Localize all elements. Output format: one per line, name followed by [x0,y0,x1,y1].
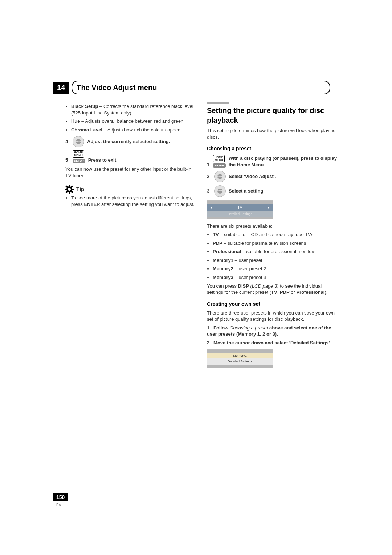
step-text: Select a setting. [229,188,265,194]
chapter-header: 14 The Video Adjust menu [53,81,330,94]
chapter-title: The Video Adjust menu [77,84,157,92]
ui-preview-preset: ◄ TV ► Detailed Settings [207,200,273,219]
step-number: 3 [207,188,211,194]
ui-detail-row: Detailed Settings [207,358,273,364]
page-language: En [56,503,61,507]
tip-list: To see more of the picture as you adjust… [65,195,196,207]
presets-list: TV – suitable for LCD and cathode-ray tu… [207,231,338,280]
list-item: Memory3 – user preset 3 [213,274,338,281]
button-icons: HOME MENU SETUP [213,155,226,168]
step-text: Adjust the currently selected setting. [87,138,170,145]
tip-label: Tip [76,186,84,193]
ui-active-label: TV [238,205,242,210]
step-5: 5 HOME MENU SETUP Press to exit. [65,150,196,163]
right-arrow-icon: ► [267,206,270,210]
list-item: To see more of the picture as you adjust… [71,195,196,207]
list-item: Memory2 – user preset 2 [213,266,338,272]
ui-detail-row: Detailed Settings [207,211,273,217]
content-columns: Black Setup – Corrects the standard refe… [44,102,348,372]
section-intro: This setting determines how the picture … [207,127,338,140]
list-item: PDP – suitable for plasma television scr… [213,240,338,247]
home-menu-icon: HOME MENU [213,155,225,162]
list-item: Professional – suitable for professional… [213,248,338,255]
button-icons: HOME MENU SETUP [73,150,85,163]
presets-intro: There are six presets available: [207,223,338,230]
subheading-choosing: Choosing a preset [207,145,338,152]
settings-bullets: Black Setup – Corrects the standard refe… [65,103,196,133]
step-text: With a disc playing (or paused), press t… [229,155,338,168]
enter-icon: ENTER [214,171,226,182]
left-column: Black Setup – Corrects the standard refe… [65,102,196,372]
chapter-title-pill: The Video Adjust menu [72,81,330,94]
list-item: Black Setup – Corrects the standard refe… [71,103,196,116]
right-column: Setting the picture quality for disc pla… [207,102,338,372]
enter-icon: ENTER [73,136,84,147]
ui-memory-row: Memory1 [207,353,273,358]
step-3: 3 ENTER Select a setting. [207,185,338,197]
subheading-creating: Creating your own set [207,301,338,308]
left-arrow-icon: ◄ [209,206,213,210]
list-item: Memory1 – user preset 1 [213,257,338,264]
enter-icon: ENTER [214,185,226,197]
step-number: 4 [65,138,70,145]
post-step-text: You can now use the preset for any other… [65,166,196,179]
list-item: Hue – Adjusts overall balance between re… [71,118,196,125]
step-number: 1 [207,162,210,168]
setup-icon: SETUP [73,159,85,163]
step-4: 4 ENTER Adjust the currently selected se… [65,136,196,147]
list-item: Chroma Level – Adjusts how rich the colo… [71,127,196,133]
step-1: 1 HOME MENU SETUP With a disc playing (o… [207,155,338,168]
disp-note: You can press DISP (LCD page 3) to see t… [207,283,338,296]
ui-active-row: ◄ TV ► [207,204,273,211]
step-2: 2 ENTER Select 'Video Adjust'. [207,171,338,182]
setup-icon: SETUP [213,163,226,168]
creating-intro: There are three user presets in which yo… [207,310,338,323]
ui-preview-memory: Memory1 Detailed Settings [207,349,273,368]
section-divider [207,102,229,104]
section-heading: Setting the picture quality for disc pla… [207,106,338,125]
step-number: 2 [207,173,211,180]
manual-page: 14 The Video Adjust menu Black Setup – C… [0,0,392,555]
step-text: Press to exit. [88,157,118,163]
list-item: TV – suitable for LCD and cathode-ray tu… [213,231,338,238]
gear-icon [65,185,73,193]
step-text: Select 'Video Adjust'. [229,173,276,180]
tip-heading: Tip [65,185,196,193]
creating-step-2: 2 Move the cursor down and select 'Detai… [207,340,338,346]
home-menu-icon: HOME MENU [73,150,84,158]
page-number: 150 [53,493,68,501]
step-number: 5 [65,157,70,163]
chapter-number: 14 [53,82,69,94]
creating-step-1: 1 Follow Choosing a preset above and sel… [207,325,338,337]
